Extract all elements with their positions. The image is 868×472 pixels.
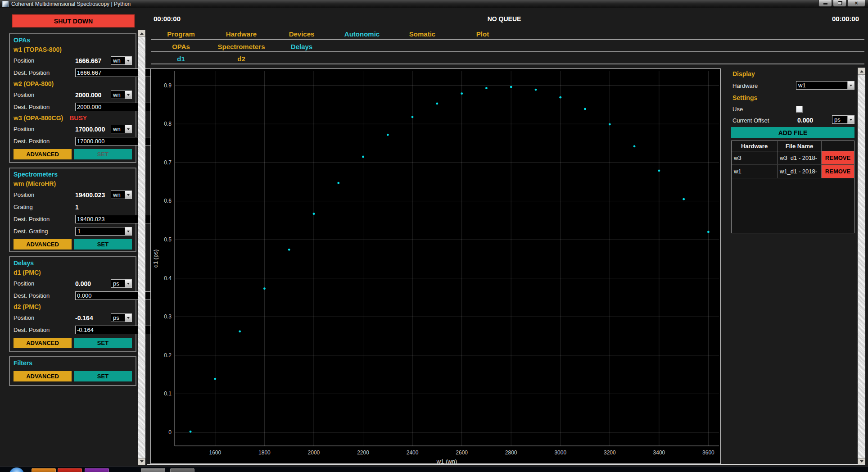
group-delays: Delaysd1 (PMC)Position0.000psDest. Posit… — [9, 256, 136, 352]
cell-hardware: w3 — [732, 151, 778, 164]
tab-autonomic[interactable]: Autonomic — [332, 29, 392, 39]
x-tick-label: 2000 — [308, 449, 320, 456]
chevron-down-icon — [847, 82, 854, 89]
x-tick-label: 2400 — [407, 449, 419, 456]
remove-file-button[interactable]: REMOVE — [822, 165, 854, 178]
unit-select[interactable]: wn — [111, 56, 132, 65]
arrow-up-icon — [860, 68, 863, 73]
start-orb[interactable] — [9, 467, 24, 472]
field-label: Position — [14, 126, 75, 132]
set-button[interactable]: SET — [74, 239, 132, 250]
tab-plot[interactable]: Plot — [452, 29, 513, 39]
dest-position-input[interactable] — [75, 291, 158, 300]
remove-file-button[interactable]: REMOVE — [822, 151, 854, 164]
unit-select[interactable]: ps — [111, 313, 132, 322]
field-label: Dest. Position — [14, 327, 75, 333]
field-label: Position — [14, 280, 75, 287]
position-readout: -0.164 — [75, 314, 111, 322]
add-file-button[interactable]: ADD FILE — [731, 127, 854, 138]
y-tick-label: 0.9 — [164, 82, 172, 89]
taskbar-icon-purple[interactable] — [85, 468, 109, 472]
unit-select[interactable]: wn — [111, 91, 132, 99]
file-table: HardwareFile Namew3w3_d1 - 2018-REMOVEw1… — [731, 141, 854, 233]
tab-delays[interactable]: Delays — [271, 41, 332, 52]
column-header: File Name — [778, 141, 822, 151]
scroll-up-button[interactable] — [138, 30, 145, 37]
unit-select[interactable]: wn — [111, 125, 132, 133]
tab-underline-2 — [151, 51, 864, 52]
x-tick-label: 2600 — [456, 449, 468, 456]
tab-d1[interactable]: d1 — [151, 54, 211, 64]
device-title: w2 (OPA-800) — [14, 79, 132, 89]
unit-select[interactable]: ps — [111, 279, 132, 288]
dest-position-input[interactable] — [75, 68, 158, 77]
minimize-button[interactable] — [818, 0, 832, 7]
cell-file-name: w3_d1 - 2018- — [778, 151, 822, 164]
dest-position-input[interactable] — [75, 215, 158, 223]
section-title: Filters — [14, 359, 132, 368]
taskbar-icon-orange[interactable] — [32, 468, 56, 472]
offset-unit-select[interactable]: ps — [832, 115, 854, 124]
data-point — [263, 287, 266, 290]
scatter-plot[interactable]: 1600180020002200240026002800300032003400… — [151, 69, 720, 463]
advanced-button[interactable]: ADVANCED — [14, 338, 72, 348]
dest-position-input[interactable] — [75, 326, 158, 334]
y-axis-label: d1 (ps) — [152, 250, 159, 268]
tab-spectrometers[interactable]: Spectrometers — [211, 41, 271, 52]
unit-value: wn — [111, 125, 125, 133]
unit-select[interactable]: wn — [111, 191, 132, 199]
field-label: Position — [14, 191, 75, 198]
data-point — [559, 96, 561, 99]
tab-program[interactable]: Program — [151, 29, 211, 39]
group-spectrometers: Spectrometerswm (MicroHR)Position19400.0… — [9, 168, 136, 252]
grating-select[interactable]: 1 — [75, 227, 132, 236]
advanced-button[interactable]: ADVANCED — [14, 371, 72, 381]
position-readout: 2000.000 — [75, 91, 111, 99]
set-button[interactable]: SET — [74, 149, 132, 159]
data-point — [584, 108, 586, 110]
plot-widget[interactable]: 1600180020002200240026002800300032003400… — [150, 68, 721, 464]
y-tick-label: 0.1 — [164, 390, 172, 397]
tab-hardware[interactable]: Hardware — [211, 29, 271, 39]
column-header: Hardware — [732, 141, 778, 151]
table-row: w3w3_d1 - 2018-REMOVE — [732, 151, 854, 165]
x-tick-label: 1600 — [209, 449, 221, 456]
set-button[interactable]: SET — [74, 338, 132, 348]
scroll-up-button[interactable] — [858, 68, 865, 75]
close-icon: × — [854, 0, 858, 6]
dest-position-input[interactable] — [75, 103, 158, 111]
taskbar-icon-gray-1[interactable] — [141, 468, 165, 472]
use-checkbox[interactable] — [796, 106, 803, 113]
field-label: Dest. Position — [14, 104, 75, 110]
hardware-select[interactable]: w1 — [796, 81, 854, 90]
content-bottom-border — [147, 464, 865, 465]
cell-hardware: w1 — [732, 165, 778, 178]
x-tick-label: 3600 — [702, 449, 714, 456]
x-tick-label: 3400 — [653, 449, 665, 456]
advanced-button[interactable]: ADVANCED — [14, 149, 72, 159]
taskbar-icon-gray-2[interactable] — [170, 468, 194, 472]
advanced-button[interactable]: ADVANCED — [14, 239, 72, 250]
y-tick-label: 0 — [168, 429, 172, 436]
sidebar-scrollbar[interactable] — [138, 30, 145, 465]
unit-value: wn — [111, 57, 125, 64]
group-buttons: ADVANCEDSET — [14, 338, 132, 348]
chevron-down-icon — [125, 191, 131, 199]
tab-d2[interactable]: d2 — [211, 54, 271, 64]
close-button[interactable]: × — [847, 0, 865, 7]
tab-somatic[interactable]: Somatic — [392, 29, 452, 39]
section-title: Spectrometers — [14, 170, 132, 179]
tab-opas[interactable]: OPAs — [151, 41, 211, 52]
field-row: Dest. Positionwn — [14, 213, 132, 225]
set-button[interactable]: SET — [74, 371, 132, 381]
chevron-down-icon — [125, 125, 131, 133]
scroll-down-button[interactable] — [138, 458, 145, 465]
panel-scrollbar[interactable] — [858, 68, 865, 465]
dest-position-input[interactable] — [75, 137, 158, 145]
tab-devices[interactable]: Devices — [271, 29, 332, 39]
field-row: Dest. Positionwn — [14, 67, 132, 79]
taskbar-icon-red[interactable] — [58, 468, 82, 472]
restore-button[interactable] — [833, 0, 846, 7]
shutdown-button[interactable]: SHUT DOWN — [12, 14, 135, 27]
chevron-down-icon — [125, 91, 131, 99]
